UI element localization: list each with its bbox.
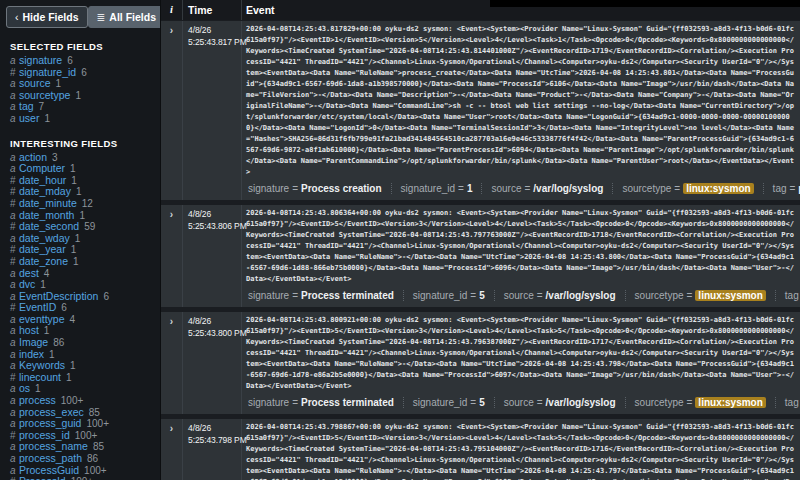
field-link[interactable]: signature — [19, 54, 62, 66]
field-type-prefix: a — [10, 314, 19, 326]
field-link[interactable]: source — [19, 77, 51, 89]
field-type-prefix: a — [10, 395, 19, 407]
event-date: 4/8/26 — [188, 315, 240, 327]
field-link[interactable]: Keywords — [19, 359, 65, 371]
field-link[interactable]: ProcessId — [19, 475, 66, 480]
field-type-prefix: a — [10, 210, 19, 222]
equals-sign: = — [537, 397, 543, 408]
chevron-right-icon: › — [170, 423, 173, 434]
expand-event-button[interactable]: › — [161, 419, 183, 480]
field-link[interactable]: tag — [19, 100, 34, 112]
field-link[interactable]: process — [19, 394, 56, 406]
field-key: tag — [785, 397, 799, 408]
field-type-prefix: # — [10, 244, 19, 256]
field-count: 6 — [67, 55, 73, 66]
list-icon: ≣ — [97, 11, 106, 23]
equals-sign: = — [537, 290, 543, 301]
equals-sign: = — [292, 183, 298, 194]
field-link[interactable]: process_guid — [19, 417, 81, 429]
field-link[interactable]: dvc — [19, 278, 35, 290]
field-link[interactable]: date_zone — [19, 255, 68, 267]
field-key: tag — [785, 290, 799, 301]
field-link[interactable]: date_minute — [19, 197, 77, 209]
field-count: 85 — [93, 441, 104, 452]
field-value-signature-id[interactable]: 5 — [479, 290, 485, 301]
field-key: tag — [773, 183, 787, 194]
field-link[interactable]: process_exec — [19, 406, 84, 418]
field-type-prefix: # — [10, 430, 19, 442]
field-link[interactable]: index — [19, 348, 44, 360]
field-value-source[interactable]: /var/log/syslog — [546, 397, 616, 408]
field-value-source[interactable]: /var/log/syslog — [533, 183, 603, 194]
events-list: › 4/8/26 5:25:43.817 PM 2026-04-08T14:25… — [161, 21, 800, 480]
selected-fields-header: SELECTED FIELDS — [10, 41, 160, 52]
fields-button-row: ‹Hide Fields ≣All Fields — [0, 0, 160, 28]
field-value-signature[interactable]: Process terminated — [301, 290, 394, 301]
field-count: 1 — [70, 163, 76, 174]
field-value-signature[interactable]: Process terminated — [301, 397, 394, 408]
field-count: 86 — [53, 337, 64, 348]
field-link[interactable]: EventDescription — [19, 290, 98, 302]
all-fields-button[interactable]: ≣All Fields — [88, 6, 161, 28]
field-link[interactable]: eventtype — [19, 313, 65, 325]
field-link[interactable]: date_mday — [19, 185, 71, 197]
field-value-sourcetype[interactable]: linux:sysmon — [695, 290, 765, 301]
selected-fields-list: asignature6 #signature_id6 asource1 asou… — [0, 55, 160, 125]
field-value-source[interactable]: /var/log/syslog — [546, 290, 616, 301]
field-key: signature — [248, 397, 289, 408]
field-link[interactable]: host — [19, 324, 39, 336]
field-link[interactable]: user — [19, 112, 39, 124]
field-link[interactable]: linecount — [19, 371, 61, 383]
event-raw-text: 2026-04-08T14:25:43.817829+00:00 oyku-ds… — [246, 24, 798, 178]
field-link[interactable]: process_name — [19, 440, 88, 452]
field-group-source: source=/var/log/syslog — [481, 183, 612, 194]
field-link[interactable]: process_id — [19, 429, 70, 441]
field-type-prefix: # — [10, 302, 19, 314]
field-link[interactable]: sourcetype — [19, 89, 70, 101]
field-count: 1 — [35, 383, 41, 394]
field-type-prefix: a — [10, 418, 19, 430]
field-key: signature_id — [413, 397, 467, 408]
field-link[interactable]: dest — [19, 267, 39, 279]
event-time-cell: 4/8/26 5:25:43.798 PM — [183, 419, 242, 480]
field-link[interactable]: os — [19, 382, 30, 394]
field-value-signature[interactable]: Process creation — [301, 183, 382, 194]
field-link[interactable]: ProcessGuid — [19, 464, 79, 476]
field-link[interactable]: date_hour — [19, 174, 66, 186]
field-link[interactable]: Computer — [19, 162, 65, 174]
field-link[interactable]: date_month — [19, 209, 74, 221]
field-link[interactable]: date_wday — [19, 232, 70, 244]
field-link[interactable]: action — [19, 151, 47, 163]
chevron-right-icon: › — [170, 316, 173, 327]
field-count: 12 — [82, 198, 93, 209]
field-count: 4 — [44, 268, 50, 279]
interesting-fields-list: aaction3 aComputer1 #date_hour1 #date_md… — [0, 152, 160, 480]
field-type-prefix: a — [10, 360, 19, 372]
field-group-signature: signature=Process creation — [246, 183, 391, 194]
field-link[interactable]: process_path — [19, 452, 82, 464]
expand-event-button[interactable]: › — [161, 205, 183, 307]
field-value-signature-id[interactable]: 1 — [467, 183, 473, 194]
field-key: sourcetype — [622, 183, 671, 194]
field-type-prefix: a — [10, 163, 19, 175]
field-count: 1 — [56, 78, 62, 89]
field-type-prefix: a — [10, 453, 19, 465]
field-group-source: source=/var/log/syslog — [494, 397, 625, 408]
field-link[interactable]: Image — [19, 336, 48, 348]
field-link[interactable]: date_second — [19, 220, 79, 232]
field-count: 1 — [76, 186, 82, 197]
expand-event-button[interactable]: › — [161, 21, 183, 200]
field-link[interactable]: date_year — [19, 243, 66, 255]
field-value-sourcetype[interactable]: linux:sysmon — [695, 397, 765, 408]
field-value-signature-id[interactable]: 5 — [479, 397, 485, 408]
field-link[interactable]: signature_id — [19, 66, 76, 78]
field-type-prefix: a — [10, 78, 19, 90]
field-value-sourcetype[interactable]: linux:sysmon — [683, 183, 753, 194]
field-type-prefix: # — [10, 221, 19, 233]
field-count: 6 — [103, 291, 109, 302]
event-date: 4/8/26 — [188, 422, 240, 434]
hide-fields-button[interactable]: ‹Hide Fields — [6, 6, 88, 28]
field-type-prefix: a — [10, 441, 19, 453]
expand-event-button[interactable]: › — [161, 312, 183, 414]
field-link[interactable]: EventID — [19, 301, 56, 313]
